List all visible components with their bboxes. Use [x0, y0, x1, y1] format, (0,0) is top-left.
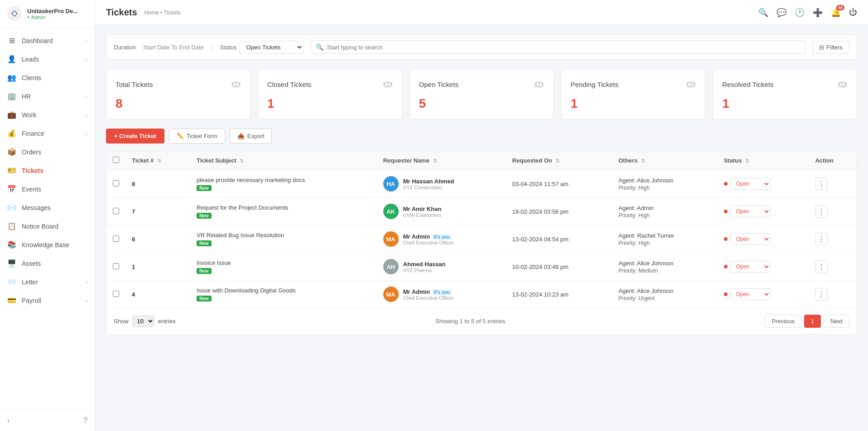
header-ticket-num: Ticket # ⇅ — [125, 151, 190, 170]
sidebar-item-letter[interactable]: 📨 Letter › — [0, 273, 95, 291]
status-dot — [724, 265, 728, 268]
sidebar: UnitaskerPro De... Admin ⊞ Dashboard › 👤… — [0, 0, 95, 431]
requester-name: Ahmed Hassan — [403, 261, 446, 268]
sidebar-item-leads[interactable]: 👤 Leads › — [0, 50, 95, 68]
ticket-form-button[interactable]: ✏️ Ticket Form — [169, 129, 225, 144]
stat-title-0: Total Tickets — [116, 81, 153, 88]
nav-arrow-finance: › — [86, 131, 87, 136]
plus-icon[interactable]: ➕ — [813, 8, 823, 18]
sort-icon: ⇅ — [555, 158, 559, 163]
sidebar-item-tickets[interactable]: 🎫 Tickets — [0, 161, 95, 180]
select-all-checkbox[interactable] — [113, 157, 119, 163]
sidebar-item-knowledge[interactable]: 📚 Knowledge Base — [0, 235, 95, 254]
status-label: Status — [220, 44, 237, 51]
create-ticket-button[interactable]: + Create Ticket — [106, 129, 164, 144]
row-checkbox-cell — [106, 198, 125, 225]
table-row: 8 please provide necessary marketing doc… — [106, 170, 857, 198]
export-button[interactable]: 📤 Export — [230, 129, 272, 144]
requester-company: UVW Enterprises — [403, 212, 442, 218]
new-badge: New — [197, 296, 212, 302]
stat-value-2: 5 — [419, 96, 545, 111]
action-menu-button-1[interactable]: ⋮ — [815, 260, 828, 273]
stat-icon-4: 🎟 — [838, 78, 848, 90]
filters-button[interactable]: ⊟ Filters — [812, 41, 849, 54]
sidebar-item-assets[interactable]: 🖥️ Assets — [0, 254, 95, 273]
sidebar-collapse-button[interactable]: ‹ — [7, 417, 10, 425]
power-icon[interactable]: ⏻ — [849, 8, 857, 17]
help-button[interactable]: ? — [83, 417, 87, 425]
new-badge: New — [197, 268, 212, 274]
page-1-button[interactable]: 1 — [804, 315, 821, 328]
table-header-row: Ticket # ⇅ Ticket Subject ⇅ Requester Na… — [106, 151, 857, 170]
ticket-number: 1 — [125, 253, 190, 281]
sidebar-item-orders[interactable]: 📦 Orders — [0, 143, 95, 161]
topbar-left: Tickets Home • Tickets — [106, 7, 181, 18]
row-checkbox-6[interactable] — [113, 235, 119, 242]
stat-card-2: Open Tickets 🎟 5 — [410, 69, 554, 120]
status-dot — [724, 182, 728, 186]
row-checkbox-8[interactable] — [113, 180, 119, 187]
date-range[interactable]: Start Date To End Date — [143, 44, 203, 51]
priority: Priority: High — [618, 240, 711, 246]
sidebar-item-noticeboard[interactable]: 📋 Notice Board — [0, 217, 95, 235]
sidebar-item-dashboard[interactable]: ⊞ Dashboard › — [0, 31, 95, 50]
action-menu-button-6[interactable]: ⋮ — [815, 233, 828, 245]
action-menu-button-8[interactable]: ⋮ — [815, 177, 828, 190]
entries-select[interactable]: 10 25 50 — [132, 316, 154, 327]
show-entries: Show 10 25 50 entries — [114, 316, 176, 327]
sidebar-item-messages[interactable]: ✉️ Messages — [0, 198, 95, 217]
row-checkbox-cell — [106, 225, 125, 253]
search-icon: 🔍 — [316, 43, 323, 51]
row-checkbox-1[interactable] — [113, 263, 119, 269]
header-checkbox-cell — [106, 151, 125, 170]
nav-label-dashboard: Dashboard — [22, 37, 80, 44]
header-others: Others ⇅ — [612, 151, 717, 170]
entries-label: entries — [158, 318, 176, 325]
requester-name: Mr Amir Khan — [403, 206, 442, 212]
nav-icon-payroll: 💳 — [7, 296, 16, 305]
sidebar-item-finance[interactable]: 💰 Finance › — [0, 124, 95, 143]
avatar-6: MA — [383, 231, 399, 247]
action-menu-button-7[interactable]: ⋮ — [815, 205, 828, 218]
pencil-icon: ✏️ — [177, 133, 184, 139]
status-select-8[interactable]: Open Closed Pending Resolved — [730, 178, 771, 190]
status-select-6[interactable]: Open Closed Pending Resolved — [730, 233, 771, 245]
status-dropdown[interactable]: Open Tickets Closed Tickets Pending Tick… — [240, 41, 304, 54]
search-input[interactable] — [327, 44, 800, 51]
next-button[interactable]: Next — [824, 315, 849, 328]
ticket-subject-cell: Invoice Issue New — [190, 253, 377, 281]
ticket-subject: Request for the Project Documents — [197, 204, 371, 211]
nav-label-orders: Orders — [22, 148, 87, 156]
sidebar-item-work[interactable]: 💼 Work › — [0, 105, 95, 124]
status-select-7[interactable]: Open Closed Pending Resolved — [730, 206, 771, 217]
nav-icon-orders: 📦 — [7, 148, 16, 156]
avatar-1: AH — [383, 259, 399, 274]
notification-icon[interactable]: 🔔 88 — [831, 8, 841, 18]
previous-button[interactable]: Previous — [765, 315, 801, 328]
row-checkbox-7[interactable] — [113, 208, 119, 214]
requested-on: 18-02-2024 03:56 pm — [506, 198, 612, 225]
nav-icon-letter: 📨 — [7, 278, 16, 286]
status-select-4[interactable]: Open Closed Pending Resolved — [730, 288, 771, 300]
search-icon[interactable]: 🔍 — [758, 8, 768, 18]
stats-row: Total Tickets 🎟 8 Closed Tickets 🎟 1 Ope… — [106, 69, 857, 120]
sidebar-item-events[interactable]: 📅 Events — [0, 180, 95, 198]
stat-value-4: 1 — [722, 96, 848, 111]
row-checkbox-4[interactable] — [113, 291, 119, 297]
pagination-info: Showing 1 to 5 of 5 entries — [435, 318, 505, 325]
header-ticket-subject: Ticket Subject ⇅ — [190, 151, 377, 170]
status-select-1[interactable]: Open Closed Pending Resolved — [730, 261, 771, 273]
ticket-number: 6 — [125, 225, 190, 253]
action-menu-button-4[interactable]: ⋮ — [815, 288, 828, 301]
nav-arrow-work: › — [86, 112, 87, 118]
action-cell: ⋮ — [809, 170, 857, 198]
sidebar-item-clients[interactable]: 👥 Clients — [0, 68, 95, 87]
show-label: Show — [114, 318, 129, 325]
sidebar-item-hr[interactable]: 🏢 HR › — [0, 87, 95, 105]
clock-icon[interactable]: 🕐 — [795, 8, 805, 18]
sort-icon: ⇅ — [157, 158, 161, 163]
stat-title-2: Open Tickets — [419, 81, 459, 88]
sidebar-item-payroll[interactable]: 💳 Payroll › — [0, 291, 95, 310]
svg-point-1 — [13, 12, 16, 15]
chat-icon[interactable]: 💬 — [776, 8, 786, 18]
